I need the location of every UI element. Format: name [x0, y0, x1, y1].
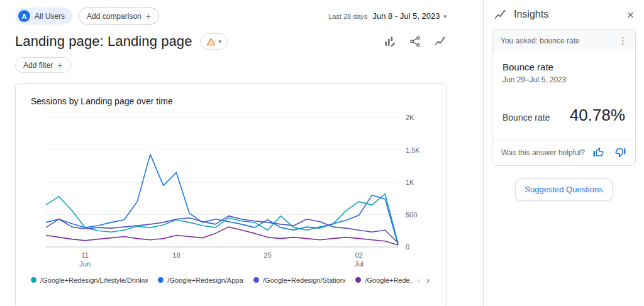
svg-text:Jun: Jun — [79, 260, 91, 268]
thumb-up-icon[interactable] — [592, 146, 604, 158]
close-icon[interactable]: × — [627, 9, 634, 21]
insight-card: You asked: bounce rate ⋮ Bounce rate Jun… — [492, 29, 636, 166]
svg-text:11: 11 — [82, 251, 89, 259]
plus-icon: + — [57, 61, 62, 70]
legend-item[interactable]: /Google+Redesign/Apparel — [158, 276, 243, 284]
legend-prev-icon[interactable]: ‹ — [417, 275, 420, 285]
metric-row: Bounce rate 40.78% — [502, 106, 625, 125]
chart-legend: /Google+Redesign/Lifestyle/Drinkware/Goo… — [31, 275, 431, 285]
customize-report-icon[interactable] — [384, 35, 396, 48]
svg-text:500: 500 — [406, 211, 417, 219]
legend-item[interactable]: /Google+Redesign/Stationery — [253, 276, 345, 284]
svg-text:1.5K: 1.5K — [406, 146, 420, 154]
legend-next-icon[interactable]: › — [426, 275, 430, 285]
topbar: A All Users Add comparison + Last 28 day… — [0, 0, 483, 27]
insight-metric-title: Bounce rate — [502, 62, 625, 72]
suggested-questions-button[interactable]: Suggested Questions — [515, 178, 612, 200]
add-comparison-chip[interactable]: Add comparison + — [79, 8, 159, 25]
insight-card-header: You asked: bounce rate ⋮ — [492, 30, 635, 52]
data-quality-chip[interactable]: ▾ — [200, 33, 228, 50]
chart-title: Sessions by Landing page over time — [31, 96, 431, 106]
legend-dot — [355, 277, 361, 283]
metric-label: Bounce rate — [502, 112, 550, 123]
legend-dot — [158, 277, 164, 283]
main-content: A All Users Add comparison + Last 28 day… — [0, 0, 483, 306]
insight-question-label: You asked: bounce rate — [501, 36, 580, 45]
feedback-prompt: Was this answer helpful? — [501, 148, 585, 157]
svg-text:0: 0 — [406, 243, 409, 251]
insights-header: Insights × — [492, 0, 636, 29]
svg-text:1K: 1K — [406, 178, 414, 186]
metric-value: 40.78% — [570, 106, 625, 125]
date-range-area: Last 28 days Jun 8 - Jul 5, 2023 ▾ — [328, 11, 447, 21]
legend-item[interactable]: /Google+Rede… — [355, 276, 412, 284]
svg-text:02: 02 — [355, 251, 363, 259]
insight-card-body: Bounce rate Jun 29–Jul 5, 2023 Bounce ra… — [492, 52, 635, 139]
analytics-report-page: A All Users Add comparison + Last 28 day… — [0, 0, 644, 306]
legend-label: /Google+Rede… — [365, 276, 412, 284]
more-menu-icon[interactable]: ⋮ — [614, 35, 631, 46]
thumb-down-icon[interactable] — [614, 146, 626, 158]
insights-spark-icon[interactable] — [434, 35, 447, 48]
plus-icon: + — [146, 12, 151, 21]
date-range-value: Jun 8 - Jul 5, 2023 — [373, 11, 440, 21]
insight-date-range: Jun 29–Jul 5, 2023 — [502, 75, 625, 84]
legend-dot — [31, 277, 36, 283]
filter-row: Add filter + — [0, 50, 483, 73]
svg-text:Jul: Jul — [355, 260, 364, 268]
page-title: Landing page: Landing page — [15, 33, 192, 50]
legend-label: /Google+Redesign/Apparel — [167, 276, 243, 284]
avatar: A — [18, 10, 30, 22]
report-title-row: Landing page: Landing page ▾ — [0, 27, 483, 50]
add-filter-label: Add filter — [23, 61, 53, 70]
legend-label: /Google+Redesign/Stationery — [263, 276, 345, 284]
all-users-chip[interactable]: A All Users — [15, 8, 72, 25]
insights-spark-icon — [494, 8, 507, 21]
add-comparison-label: Add comparison — [87, 12, 142, 21]
legend-item[interactable]: /Google+Redesign/Lifestyle/Drinkware — [31, 276, 148, 284]
date-range-preset-label: Last 28 days — [328, 13, 367, 20]
date-range-selector[interactable]: Jun 8 - Jul 5, 2023 ▾ — [373, 11, 447, 21]
share-icon[interactable] — [409, 35, 421, 48]
warning-icon — [206, 37, 216, 46]
svg-text:18: 18 — [172, 251, 180, 259]
feedback-buttons — [592, 146, 626, 158]
sessions-line-chart[interactable]: 05001K1.5K2K11Jun182502Jul — [31, 107, 431, 273]
svg-text:25: 25 — [264, 251, 271, 259]
legend-pagination: ‹ › — [417, 275, 430, 285]
insights-title: Insights — [514, 9, 548, 20]
insight-card-footer: Was this answer helpful? — [492, 139, 635, 165]
legend-dot — [253, 277, 259, 283]
chevron-down-icon: ▾ — [219, 38, 222, 45]
insights-panel: Insights × You asked: bounce rate ⋮ Boun… — [483, 0, 644, 306]
legend-label: /Google+Redesign/Lifestyle/Drinkware — [40, 276, 148, 284]
report-actions — [384, 35, 447, 48]
chevron-down-icon: ▾ — [443, 13, 447, 19]
legend-items: /Google+Redesign/Lifestyle/Drinkware/Goo… — [31, 276, 412, 284]
svg-text:2K: 2K — [406, 114, 414, 121]
all-users-label: All Users — [35, 12, 65, 21]
add-filter-chip[interactable]: Add filter + — [15, 57, 71, 73]
chart-card: Sessions by Landing page over time 05001… — [15, 83, 447, 306]
